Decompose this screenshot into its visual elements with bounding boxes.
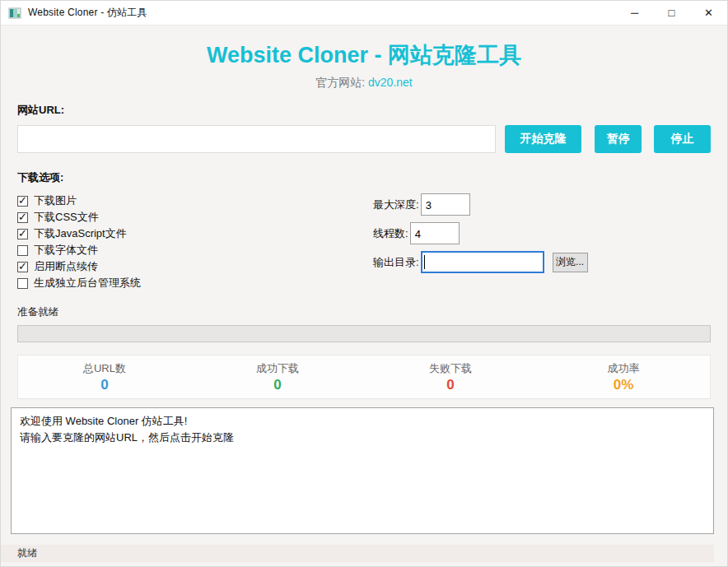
settings-column: 最大深度: 线程数: 输出目录: 浏览... bbox=[373, 193, 588, 291]
output-dir-label: 输出目录: bbox=[373, 255, 419, 270]
checkbox-generate-admin-system[interactable]: 生成独立后台管理系统 bbox=[17, 275, 373, 291]
checkbox-icon[interactable] bbox=[17, 212, 28, 223]
title-bar: Website Cloner - 仿站工具 ─ □ ✕ bbox=[1, 1, 727, 26]
threads-label: 线程数: bbox=[373, 226, 408, 241]
status-bar-text: 就绪 bbox=[1, 546, 37, 560]
max-depth-input[interactable] bbox=[421, 193, 470, 216]
maximize-icon[interactable]: □ bbox=[653, 1, 690, 25]
official-site-link[interactable]: dv20.net bbox=[368, 76, 413, 89]
checkbox-icon[interactable] bbox=[17, 262, 28, 272]
subtitle: 官方网站: dv20.net bbox=[17, 76, 711, 91]
checkbox-icon[interactable] bbox=[17, 278, 28, 289]
output-dir-input-wrap bbox=[421, 251, 544, 273]
output-dir-row: 输出目录: 浏览... bbox=[373, 251, 588, 273]
checkbox-label: 启用断点续传 bbox=[34, 259, 98, 274]
stat-failed-downloads: 失败下载 0 bbox=[364, 361, 537, 393]
window-controls: ─ □ ✕ bbox=[616, 1, 727, 25]
stat-total-urls: 总URL数 0 bbox=[18, 361, 191, 393]
app-window: Website Cloner - 仿站工具 ─ □ ✕ Website Clon… bbox=[0, 0, 728, 567]
checkbox-icon[interactable] bbox=[17, 196, 28, 207]
checkbox-download-javascript[interactable]: 下载JavaScript文件 bbox=[17, 225, 373, 242]
log-line: 请输入要克隆的网站URL，然后点击开始克隆 bbox=[20, 430, 705, 446]
checkbox-label: 下载字体文件 bbox=[34, 243, 98, 258]
stop-button[interactable]: 停止 bbox=[654, 125, 711, 153]
checkbox-label: 下载图片 bbox=[34, 193, 77, 208]
checkbox-icon[interactable] bbox=[17, 229, 28, 239]
log-output[interactable]: 欢迎使用 Website Cloner 仿站工具! 请输入要克隆的网站URL，然… bbox=[11, 407, 714, 534]
checkbox-download-css[interactable]: 下载CSS文件 bbox=[17, 209, 373, 225]
progress-status-text: 准备就绪 bbox=[17, 305, 711, 319]
checkbox-enable-resume[interactable]: 启用断点续传 bbox=[17, 258, 373, 275]
checkbox-label: 下载CSS文件 bbox=[34, 210, 99, 225]
website-url-input[interactable] bbox=[17, 125, 496, 153]
start-clone-button[interactable]: 开始克隆 bbox=[505, 125, 582, 153]
checkbox-label: 生成独立后台管理系统 bbox=[34, 276, 141, 290]
checkbox-download-fonts[interactable]: 下载字体文件 bbox=[17, 242, 373, 258]
stat-label: 成功下载 bbox=[191, 361, 364, 376]
threads-input[interactable] bbox=[410, 222, 460, 244]
options-section: 下载图片 下载CSS文件 下载JavaScript文件 下载字体文件 启用断点续… bbox=[17, 193, 711, 291]
official-site-label: 官方网站: bbox=[315, 76, 368, 89]
stats-panel: 总URL数 0 成功下载 0 失败下载 0 成功率 0% bbox=[17, 355, 711, 399]
checkbox-download-images[interactable]: 下载图片 bbox=[17, 193, 373, 209]
output-dir-input[interactable] bbox=[421, 251, 544, 273]
stat-value: 0% bbox=[537, 377, 710, 393]
max-depth-row: 最大深度: bbox=[373, 193, 588, 216]
threads-row: 线程数: bbox=[373, 222, 588, 244]
app-icon bbox=[8, 7, 21, 20]
log-line: 欢迎使用 Website Cloner 仿站工具! bbox=[20, 413, 705, 430]
progress-bar bbox=[17, 325, 711, 342]
text-caret bbox=[424, 255, 425, 269]
url-label: 网站URL: bbox=[17, 103, 711, 118]
status-bar: 就绪 bbox=[1, 545, 714, 562]
stat-success-downloads: 成功下载 0 bbox=[191, 361, 364, 393]
stat-label: 成功率 bbox=[537, 361, 710, 376]
checkbox-list: 下载图片 下载CSS文件 下载JavaScript文件 下载字体文件 启用断点续… bbox=[17, 193, 373, 291]
minimize-icon[interactable]: ─ bbox=[616, 1, 653, 25]
checkbox-label: 下载JavaScript文件 bbox=[34, 226, 127, 241]
stat-value: 0 bbox=[191, 377, 364, 393]
stat-value: 0 bbox=[18, 377, 191, 393]
stat-value: 0 bbox=[364, 377, 537, 393]
checkbox-icon[interactable] bbox=[17, 245, 28, 256]
browse-button[interactable]: 浏览... bbox=[553, 253, 588, 272]
stat-label: 总URL数 bbox=[18, 361, 191, 376]
stat-success-rate: 成功率 0% bbox=[537, 361, 710, 393]
page-title: Website Cloner - 网站克隆工具 bbox=[17, 42, 711, 68]
close-icon[interactable]: ✕ bbox=[690, 1, 727, 25]
stat-label: 失败下载 bbox=[364, 361, 537, 376]
window-title: Website Cloner - 仿站工具 bbox=[28, 6, 147, 20]
main-content: Website Cloner - 网站克隆工具 官方网站: dv20.net 网… bbox=[1, 42, 727, 534]
download-options-label: 下载选项: bbox=[17, 170, 711, 185]
pause-button[interactable]: 暂停 bbox=[595, 125, 642, 153]
max-depth-label: 最大深度: bbox=[373, 198, 419, 212]
url-row: 开始克隆 暂停 停止 bbox=[17, 125, 711, 153]
